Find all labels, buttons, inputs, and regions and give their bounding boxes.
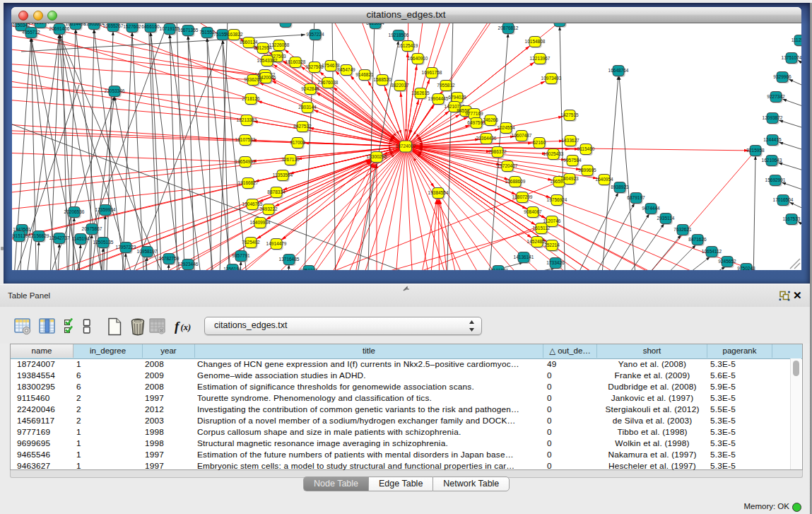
svg-text:(x): (x) [181, 322, 192, 332]
svg-text:6879197: 6879197 [627, 195, 645, 200]
svg-text:3267130: 3267130 [281, 157, 300, 162]
svg-text:10046765: 10046765 [242, 201, 263, 206]
svg-text:6497593: 6497593 [467, 120, 486, 125]
svg-text:2935114: 2935114 [657, 216, 675, 221]
svg-text:9750211: 9750211 [300, 268, 318, 270]
svg-text:15692991: 15692991 [765, 177, 786, 182]
svg-text:8938923: 8938923 [611, 185, 629, 189]
svg-text:11353594: 11353594 [273, 173, 293, 177]
svg-text:917003: 917003 [290, 140, 305, 145]
svg-text:7986372: 7986372 [488, 149, 507, 154]
svg-text:9146821: 9146821 [355, 72, 374, 77]
svg-text:9957584: 9957584 [563, 158, 582, 163]
svg-text:10154808: 10154808 [525, 39, 546, 44]
svg-text:10719155: 10719155 [160, 26, 180, 31]
svg-text:20206536: 20206536 [64, 209, 85, 214]
svg-text:16640910: 16640910 [408, 56, 428, 61]
svg-text:16409934: 16409934 [250, 220, 271, 225]
svg-text:20975867: 20975867 [82, 226, 102, 231]
svg-text:1145194: 1145194 [72, 236, 90, 241]
svg-text:10688609: 10688609 [505, 179, 526, 184]
svg-text:9245652: 9245652 [718, 259, 736, 264]
svg-text:19218506: 19218506 [389, 33, 409, 37]
svg-text:9115460: 9115460 [577, 146, 595, 151]
svg-text:1362615: 1362615 [411, 90, 430, 95]
svg-text:8471626: 8471626 [688, 237, 707, 242]
svg-text:16671355: 16671355 [178, 28, 199, 33]
svg-text:10654112: 10654112 [702, 249, 722, 254]
svg-text:9474444: 9474444 [642, 206, 660, 211]
svg-text:9357224: 9357224 [306, 32, 324, 37]
svg-text:9242848: 9242848 [301, 86, 319, 91]
svg-text:1433627: 1433627 [561, 138, 579, 143]
svg-text:1615112: 1615112 [533, 226, 551, 230]
svg-text:8427532: 8427532 [293, 124, 312, 129]
svg-text:19654933: 19654933 [235, 159, 256, 164]
svg-text:16648764: 16648764 [608, 68, 629, 73]
svg-text:7625402: 7625402 [242, 240, 260, 245]
svg-text:7632621: 7632621 [673, 227, 692, 232]
svg-text:16961758: 16961758 [422, 70, 442, 75]
svg-text:8660124: 8660124 [240, 40, 258, 45]
svg-text:9777169: 9777169 [465, 111, 483, 116]
svg-text:18107533: 18107533 [235, 137, 256, 142]
svg-text:17359934: 17359934 [95, 207, 116, 212]
svg-text:19904445: 19904445 [428, 96, 449, 101]
svg-text:9899695: 9899695 [578, 168, 596, 173]
svg-text:13751074: 13751074 [782, 55, 801, 60]
svg-text:17016504: 17016504 [773, 197, 794, 202]
svg-text:1244415: 1244415 [763, 137, 782, 142]
svg-text:9857791: 9857791 [232, 253, 250, 258]
svg-text:8454749: 8454749 [337, 67, 355, 72]
svg-text:16782759: 16782759 [159, 256, 180, 261]
svg-text:20364436: 20364436 [476, 136, 497, 141]
svg-text:15720407: 15720407 [498, 163, 518, 168]
svg-text:6794028: 6794028 [448, 95, 466, 100]
svg-text:16191801: 16191801 [488, 268, 509, 270]
svg-text:18724007: 18724007 [396, 144, 416, 148]
svg-text:4055712: 4055712 [22, 30, 40, 35]
svg-text:23676038: 23676038 [318, 80, 339, 85]
svg-text:10607487: 10607487 [512, 133, 532, 138]
svg-text:7163822: 7163822 [225, 32, 243, 37]
svg-text:1112503: 1112503 [792, 37, 801, 42]
svg-text:14914479: 14914479 [266, 241, 287, 246]
svg-text:2803144: 2803144 [298, 105, 317, 110]
svg-text:1120746: 1120746 [543, 218, 561, 223]
svg-text:8215958: 8215958 [746, 148, 765, 153]
svg-text:1404923: 1404923 [560, 176, 579, 181]
svg-text:13716485: 13716485 [279, 257, 300, 262]
svg-text:16125419: 16125419 [398, 43, 418, 48]
svg-text:10543382: 10543382 [257, 58, 278, 63]
svg-text:12213967: 12213967 [530, 56, 551, 61]
svg-text:12213383: 12213383 [237, 117, 257, 122]
svg-text:1427515: 1427515 [560, 112, 579, 117]
svg-text:17957223: 17957223 [116, 245, 136, 250]
svg-text:3915139: 3915139 [12, 233, 28, 238]
svg-text:10958197: 10958197 [137, 249, 158, 254]
svg-text:8822037: 8822037 [391, 83, 409, 88]
svg-text:3493222: 3493222 [259, 206, 278, 211]
svg-text:19166827: 19166827 [238, 180, 259, 185]
svg-text:18807299: 18807299 [512, 194, 533, 199]
svg-text:12156829: 12156829 [29, 233, 49, 238]
svg-text:19384554: 19384554 [428, 190, 449, 195]
svg-text:1640954: 1640954 [595, 177, 613, 182]
svg-text:1024554: 1024554 [497, 125, 515, 130]
svg-text:751552: 751552 [199, 30, 215, 35]
svg-text:7955812: 7955812 [437, 83, 455, 88]
svg-text:20876812: 20876812 [498, 25, 519, 30]
svg-text:10973493: 10973493 [541, 76, 562, 81]
svg-text:20691406: 20691406 [49, 26, 70, 31]
svg-text:9750248: 9750248 [737, 266, 755, 270]
svg-text:9084067: 9084067 [524, 209, 542, 214]
svg-text:12505135: 12505135 [93, 240, 114, 245]
svg-text:12923446: 12923446 [178, 262, 199, 267]
svg-text:12093872: 12093872 [763, 115, 783, 120]
svg-text:13226058: 13226058 [269, 42, 290, 47]
svg-text:23053346: 23053346 [105, 88, 125, 93]
svg-text:9329966: 9329966 [773, 74, 792, 79]
svg-text:1588520: 1588520 [373, 77, 392, 82]
svg-text:1527602: 1527602 [123, 24, 141, 29]
svg-text:f: f [175, 319, 180, 334]
